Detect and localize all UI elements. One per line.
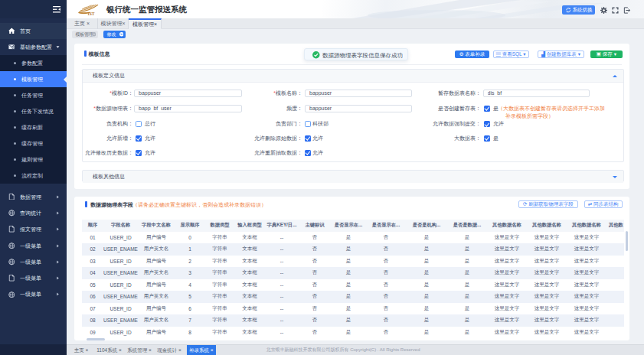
svg-text:IST: IST bbox=[88, 11, 95, 15]
